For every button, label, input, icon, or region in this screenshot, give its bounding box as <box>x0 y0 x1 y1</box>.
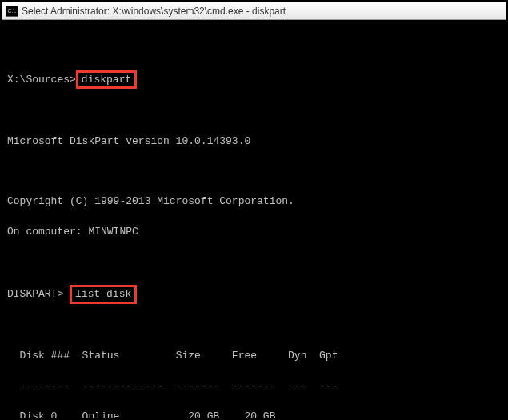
cmd-list-disk: list disk <box>70 285 137 304</box>
disk-table-header: Disk ### Status Size Free Dyn Gpt <box>7 349 501 364</box>
prompt-sources: X:\Sources> <box>7 74 76 86</box>
window-title: Select Administrator: X:\windows\system3… <box>22 6 286 17</box>
version-line: Microsoft DiskPart version 10.0.14393.0 <box>7 134 501 150</box>
disk-table-row: Disk 0 Online 20 GB 20 GB <box>7 410 501 418</box>
cmd-icon: C:\. <box>6 6 18 17</box>
terminal-output[interactable]: X:\Sources>diskpart Microsoft DiskPart v… <box>2 20 506 418</box>
computer-line: On computer: MINWINPC <box>7 225 501 240</box>
diskpart-prompt: DISKPART> <box>7 288 63 300</box>
disk-table-divider: -------- ------------- ------- ------- -… <box>7 379 501 394</box>
window-titlebar[interactable]: C:\. Select Administrator: X:\windows\sy… <box>2 2 506 20</box>
cmd-diskpart: diskpart <box>76 70 137 90</box>
copyright-line: Copyright (C) 1999-2013 Microsoft Corpor… <box>7 194 501 210</box>
